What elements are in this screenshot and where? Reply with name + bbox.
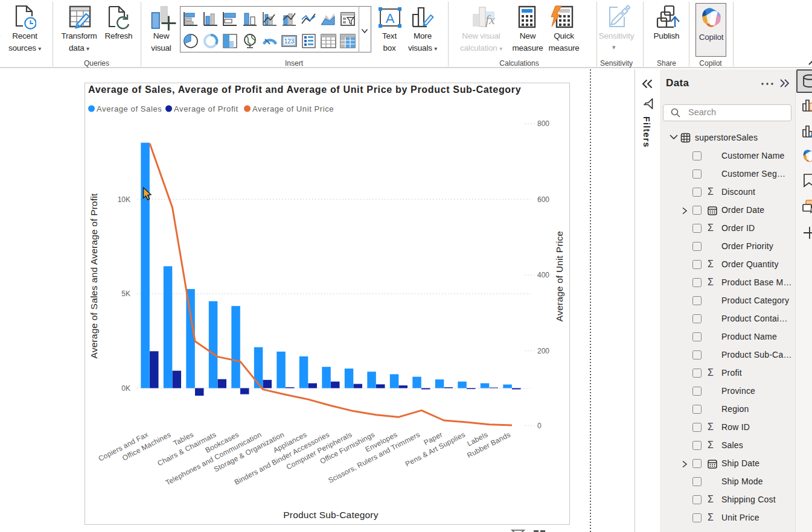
svg-text:Average of Sales: Average of Sales [97, 104, 162, 113]
svg-text:123: 123 [284, 38, 295, 45]
svg-text:Average of Unit Price: Average of Unit Price [252, 104, 334, 113]
svg-text:Product Sub-Category: Product Sub-Category [283, 510, 378, 520]
svg-text:0: 0 [537, 422, 542, 430]
svg-text:Average of Sales and Average o: Average of Sales and Average of Profit [89, 193, 99, 359]
svg-text:600: 600 [537, 195, 549, 204]
svg-text:200: 200 [537, 347, 549, 355]
svg-text:10K: 10K [118, 195, 130, 204]
svg-text:400: 400 [537, 271, 549, 279]
svg-text:Average of Unit Price: Average of Unit Price [554, 231, 564, 321]
svg-text:fx: fx [485, 12, 495, 27]
svg-text:800: 800 [537, 119, 549, 128]
svg-text:Average of Profit: Average of Profit [174, 104, 238, 113]
svg-text:5K: 5K [121, 290, 130, 298]
svg-text:A: A [386, 11, 395, 26]
svg-text:0K: 0K [121, 384, 130, 393]
svg-text:Average of Sales, Average of P: Average of Sales, Average of Profit and … [88, 84, 521, 95]
